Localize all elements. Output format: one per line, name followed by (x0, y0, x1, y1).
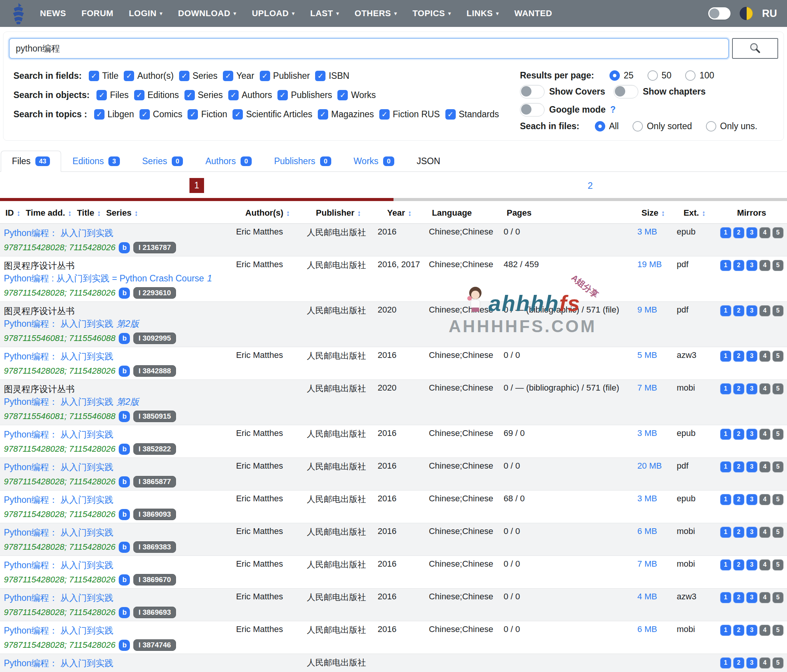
column-sort[interactable]: Pages (506, 208, 531, 218)
file-id-badge[interactable]: l 2136787 (133, 242, 176, 253)
file-id-badge[interactable]: l 3842888 (133, 365, 176, 377)
filter-checkbox[interactable]: ✓ Editions (134, 90, 179, 100)
mirror-link-5[interactable]: 5 (772, 527, 784, 538)
nav-item-login[interactable]: LOGIN ▾ (129, 8, 163, 18)
checkbox-box[interactable]: ✓ (94, 109, 105, 120)
mirror-link-4[interactable]: 4 (759, 383, 770, 394)
mirror-link-4[interactable]: 4 (759, 305, 770, 316)
b-badge[interactable]: b (119, 574, 130, 586)
sort-icon[interactable]: ↕ (357, 209, 361, 218)
mirror-link-2[interactable]: 2 (733, 527, 744, 538)
radio-option[interactable]: All (595, 121, 619, 131)
mirror-link-3[interactable]: 3 (746, 305, 757, 316)
filter-checkbox[interactable]: ✓ Title (89, 71, 119, 81)
b-badge[interactable]: b (119, 366, 130, 377)
mirror-link-5[interactable]: 5 (772, 494, 784, 505)
b-badge[interactable]: b (119, 476, 130, 487)
tab-json[interactable]: JSON (405, 151, 451, 172)
title-link[interactable]: Python编程： 从入门到实践 (4, 495, 113, 505)
radio-option[interactable]: 100 (685, 70, 714, 81)
b-badge[interactable]: b (119, 509, 130, 520)
mirror-link-1[interactable]: 1 (720, 657, 731, 669)
radio-button[interactable] (685, 70, 696, 81)
nav-item-wanted[interactable]: WANTED (515, 8, 552, 18)
checkbox-box[interactable]: ✓ (232, 109, 243, 120)
radio-button[interactable] (706, 121, 716, 131)
column-sort[interactable]: Size ↕ (641, 208, 665, 218)
b-badge[interactable]: b (119, 444, 130, 455)
mirror-link-3[interactable]: 3 (746, 260, 757, 271)
mirror-link-3[interactable]: 3 (746, 351, 757, 362)
checkbox-box[interactable]: ✓ (134, 90, 144, 100)
checkbox-box[interactable]: ✓ (188, 109, 198, 120)
radio-option[interactable]: Only sorted (633, 121, 692, 131)
checkbox-box[interactable]: ✓ (124, 71, 134, 81)
title-link[interactable]: Python编程： 从入门到实践 (4, 658, 113, 668)
toggle-switch[interactable] (520, 85, 545, 98)
filter-checkbox[interactable]: ✓ Files (96, 90, 129, 100)
filter-checkbox[interactable]: ✓ Year (223, 71, 254, 81)
b-badge[interactable]: b (119, 640, 130, 651)
nav-item-download[interactable]: DOWNLOAD ▾ (178, 8, 236, 18)
checkbox-box[interactable]: ✓ (260, 71, 270, 81)
nav-item-last[interactable]: LAST ▾ (310, 8, 339, 18)
site-logo-ship-icon[interactable] (10, 2, 27, 25)
sort-icon[interactable]: ↕ (286, 209, 290, 218)
radio-option[interactable]: 50 (648, 70, 672, 81)
title-link[interactable]: Python编程： 从入门到实践第2版 (4, 397, 139, 407)
mirror-link-1[interactable]: 1 (720, 625, 731, 636)
mirror-link-3[interactable]: 3 (746, 527, 757, 538)
mirror-link-4[interactable]: 4 (759, 461, 770, 472)
title-link[interactable]: Python编程： 从入门到实践 (4, 593, 113, 603)
file-id-badge[interactable]: l 2293610 (133, 287, 176, 299)
mirror-link-4[interactable]: 4 (759, 351, 770, 362)
tab-editions[interactable]: Editions 3 (61, 151, 131, 172)
filter-checkbox[interactable]: ✓ Author(s) (124, 71, 174, 81)
title-link[interactable]: Python编程： 从入门到实践 (4, 462, 113, 472)
mirror-link-2[interactable]: 2 (733, 351, 744, 362)
file-id-badge[interactable]: l 3865877 (133, 476, 176, 487)
column-sort[interactable]: Time add. ↕ (26, 208, 71, 218)
filter-checkbox[interactable]: ✓ Series (184, 90, 223, 100)
b-badge[interactable]: b (119, 333, 130, 344)
page-1-button[interactable]: 1 (189, 178, 204, 193)
sort-icon[interactable]: ↕ (68, 209, 71, 218)
mirror-link-1[interactable]: 1 (720, 351, 731, 362)
page-2-button[interactable]: 2 (583, 178, 598, 193)
mirror-link-3[interactable]: 3 (746, 461, 757, 472)
mirror-link-1[interactable]: 1 (720, 592, 731, 603)
mirror-link-5[interactable]: 5 (772, 305, 784, 316)
mirror-link-3[interactable]: 3 (746, 657, 757, 669)
filter-checkbox[interactable]: ✓ Series (179, 71, 218, 81)
radio-button[interactable] (633, 121, 643, 131)
mirror-link-4[interactable]: 4 (759, 429, 770, 440)
checkbox-box[interactable]: ✓ (379, 109, 390, 120)
title-link[interactable]: Python编程： 从入门到实践 (4, 527, 113, 537)
column-sort[interactable]: Series ↕ (106, 208, 138, 218)
checkbox-box[interactable]: ✓ (223, 71, 233, 81)
size-link[interactable]: 7 MB (638, 383, 657, 393)
checkbox-box[interactable]: ✓ (96, 90, 107, 100)
b-badge[interactable]: b (119, 411, 130, 422)
size-link[interactable]: 7 MB (638, 559, 657, 569)
nav-item-news[interactable]: NEWS (40, 8, 66, 18)
file-id-badge[interactable]: l 3869693 (133, 607, 176, 618)
size-link[interactable]: 3 MB (638, 428, 657, 438)
mirror-link-1[interactable]: 1 (720, 527, 731, 538)
title-link[interactable]: Python编程： 从入门到实践 (4, 625, 113, 635)
sort-icon[interactable]: ↕ (17, 209, 20, 218)
mirror-link-5[interactable]: 5 (772, 383, 784, 394)
mirror-link-1[interactable]: 1 (720, 429, 731, 440)
column-sort[interactable]: Author(s) ↕ (245, 208, 290, 218)
mirror-link-1[interactable]: 1 (720, 461, 731, 472)
mirror-link-4[interactable]: 4 (759, 559, 770, 571)
filter-checkbox[interactable]: ✓ Works (337, 90, 376, 100)
checkbox-box[interactable]: ✓ (318, 109, 328, 120)
checkbox-box[interactable]: ✓ (445, 109, 456, 120)
column-sort[interactable]: Publisher ↕ (316, 208, 361, 218)
mirror-link-1[interactable]: 1 (720, 494, 731, 505)
search-input[interactable] (9, 38, 729, 59)
toggle-switch[interactable] (614, 85, 638, 98)
b-badge[interactable]: b (119, 607, 130, 618)
tab-files[interactable]: Files 43 (1, 151, 61, 172)
